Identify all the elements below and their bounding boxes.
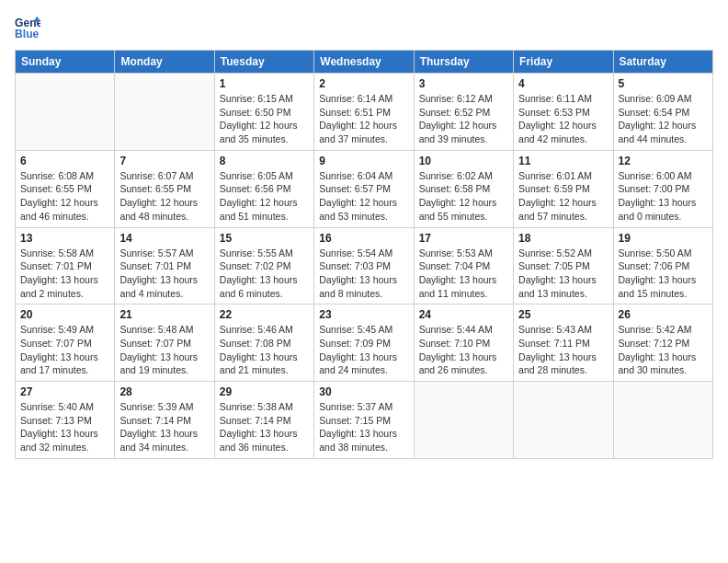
day-number: 9 bbox=[319, 155, 408, 167]
day-detail: Sunrise: 6:05 AM Sunset: 6:56 PM Dayligh… bbox=[220, 169, 309, 224]
logo: General Blue bbox=[15, 15, 44, 40]
calendar: SundayMondayTuesdayWednesdayThursdayFrid… bbox=[15, 50, 713, 459]
day-number: 20 bbox=[20, 308, 109, 321]
calendar-cell: 23Sunrise: 5:45 AM Sunset: 7:09 PM Dayli… bbox=[314, 304, 414, 382]
day-number: 3 bbox=[419, 77, 508, 90]
day-number: 7 bbox=[119, 155, 209, 167]
header-monday: Monday bbox=[115, 51, 214, 74]
calendar-cell: 1Sunrise: 6:15 AM Sunset: 6:50 PM Daylig… bbox=[214, 74, 313, 151]
day-number: 16 bbox=[319, 232, 408, 245]
header-wednesday: Wednesday bbox=[314, 51, 414, 74]
calendar-cell: 26Sunrise: 5:42 AM Sunset: 7:12 PM Dayli… bbox=[613, 304, 712, 382]
day-number: 14 bbox=[119, 232, 209, 245]
calendar-cell: 25Sunrise: 5:43 AM Sunset: 7:11 PM Dayli… bbox=[514, 304, 613, 382]
calendar-cell: 14Sunrise: 5:57 AM Sunset: 7:01 PM Dayli… bbox=[115, 227, 214, 304]
calendar-cell: 9Sunrise: 6:04 AM Sunset: 6:57 PM Daylig… bbox=[314, 150, 414, 227]
header-friday: Friday bbox=[514, 51, 613, 74]
day-detail: Sunrise: 5:37 AM Sunset: 7:15 PM Dayligh… bbox=[319, 400, 408, 454]
day-detail: Sunrise: 6:09 AM Sunset: 6:54 PM Dayligh… bbox=[619, 92, 708, 146]
day-detail: Sunrise: 5:40 AM Sunset: 7:13 PM Dayligh… bbox=[20, 400, 109, 454]
calendar-week-4: 20Sunrise: 5:49 AM Sunset: 7:07 PM Dayli… bbox=[16, 304, 713, 382]
calendar-cell: 20Sunrise: 5:49 AM Sunset: 7:07 PM Dayli… bbox=[16, 304, 115, 382]
header-saturday: Saturday bbox=[613, 51, 712, 74]
day-detail: Sunrise: 5:39 AM Sunset: 7:14 PM Dayligh… bbox=[119, 400, 209, 454]
calendar-cell: 17Sunrise: 5:53 AM Sunset: 7:04 PM Dayli… bbox=[414, 227, 513, 304]
day-detail: Sunrise: 5:54 AM Sunset: 7:03 PM Dayligh… bbox=[319, 247, 408, 301]
calendar-cell: 30Sunrise: 5:37 AM Sunset: 7:15 PM Dayli… bbox=[314, 382, 414, 459]
calendar-week-2: 6Sunrise: 6:08 AM Sunset: 6:55 PM Daylig… bbox=[16, 150, 713, 227]
day-number: 19 bbox=[619, 232, 708, 245]
day-detail: Sunrise: 5:42 AM Sunset: 7:12 PM Dayligh… bbox=[619, 323, 708, 377]
day-detail: Sunrise: 5:44 AM Sunset: 7:10 PM Dayligh… bbox=[419, 323, 508, 377]
day-number: 21 bbox=[119, 308, 209, 321]
day-number: 28 bbox=[119, 385, 209, 398]
calendar-cell: 29Sunrise: 5:38 AM Sunset: 7:14 PM Dayli… bbox=[214, 382, 313, 459]
calendar-cell: 11Sunrise: 6:01 AM Sunset: 6:59 PM Dayli… bbox=[514, 150, 613, 227]
calendar-cell: 28Sunrise: 5:39 AM Sunset: 7:14 PM Dayli… bbox=[115, 382, 214, 459]
day-number: 26 bbox=[619, 308, 708, 321]
day-number: 10 bbox=[419, 155, 508, 167]
day-detail: Sunrise: 5:58 AM Sunset: 7:01 PM Dayligh… bbox=[20, 247, 109, 301]
calendar-cell: 10Sunrise: 6:02 AM Sunset: 6:58 PM Dayli… bbox=[414, 150, 513, 227]
calendar-week-1: 1Sunrise: 6:15 AM Sunset: 6:50 PM Daylig… bbox=[16, 74, 713, 151]
calendar-cell: 24Sunrise: 5:44 AM Sunset: 7:10 PM Dayli… bbox=[414, 304, 513, 382]
day-number: 22 bbox=[220, 308, 309, 321]
day-number: 8 bbox=[220, 155, 309, 167]
calendar-cell: 4Sunrise: 6:11 AM Sunset: 6:53 PM Daylig… bbox=[514, 74, 613, 151]
calendar-cell: 21Sunrise: 5:48 AM Sunset: 7:07 PM Dayli… bbox=[115, 304, 214, 382]
day-detail: Sunrise: 6:08 AM Sunset: 6:55 PM Dayligh… bbox=[20, 169, 109, 224]
calendar-cell: 6Sunrise: 6:08 AM Sunset: 6:55 PM Daylig… bbox=[16, 150, 115, 227]
day-detail: Sunrise: 6:00 AM Sunset: 7:00 PM Dayligh… bbox=[619, 169, 708, 224]
day-detail: Sunrise: 5:38 AM Sunset: 7:14 PM Dayligh… bbox=[220, 400, 309, 454]
calendar-cell: 16Sunrise: 5:54 AM Sunset: 7:03 PM Dayli… bbox=[314, 227, 414, 304]
day-detail: Sunrise: 6:01 AM Sunset: 6:59 PM Dayligh… bbox=[518, 169, 608, 224]
day-detail: Sunrise: 6:11 AM Sunset: 6:53 PM Dayligh… bbox=[518, 92, 608, 146]
calendar-cell: 19Sunrise: 5:50 AM Sunset: 7:06 PM Dayli… bbox=[613, 227, 712, 304]
header-tuesday: Tuesday bbox=[214, 51, 313, 74]
day-number: 13 bbox=[20, 232, 109, 245]
day-number: 27 bbox=[20, 385, 109, 398]
day-detail: Sunrise: 5:52 AM Sunset: 7:05 PM Dayligh… bbox=[518, 247, 608, 301]
logo-icon: General Blue bbox=[15, 15, 40, 40]
day-detail: Sunrise: 5:48 AM Sunset: 7:07 PM Dayligh… bbox=[119, 323, 209, 377]
day-number: 4 bbox=[518, 77, 608, 90]
day-detail: Sunrise: 6:07 AM Sunset: 6:55 PM Dayligh… bbox=[119, 169, 209, 224]
day-detail: Sunrise: 5:46 AM Sunset: 7:08 PM Dayligh… bbox=[220, 323, 309, 377]
day-number: 12 bbox=[619, 155, 708, 167]
calendar-week-5: 27Sunrise: 5:40 AM Sunset: 7:13 PM Dayli… bbox=[16, 382, 713, 459]
day-number: 11 bbox=[518, 155, 608, 167]
day-number: 5 bbox=[619, 77, 708, 90]
calendar-cell: 2Sunrise: 6:14 AM Sunset: 6:51 PM Daylig… bbox=[314, 74, 414, 151]
calendar-cell bbox=[115, 74, 214, 151]
calendar-cell bbox=[414, 382, 513, 459]
day-number: 30 bbox=[319, 385, 408, 398]
day-detail: Sunrise: 6:14 AM Sunset: 6:51 PM Dayligh… bbox=[319, 92, 408, 146]
day-detail: Sunrise: 6:15 AM Sunset: 6:50 PM Dayligh… bbox=[220, 92, 309, 146]
day-number: 2 bbox=[319, 77, 408, 90]
header: General Blue bbox=[15, 15, 713, 40]
day-detail: Sunrise: 5:45 AM Sunset: 7:09 PM Dayligh… bbox=[319, 323, 408, 377]
day-detail: Sunrise: 5:43 AM Sunset: 7:11 PM Dayligh… bbox=[518, 323, 608, 377]
day-detail: Sunrise: 5:53 AM Sunset: 7:04 PM Dayligh… bbox=[419, 247, 508, 301]
calendar-cell: 22Sunrise: 5:46 AM Sunset: 7:08 PM Dayli… bbox=[214, 304, 313, 382]
day-detail: Sunrise: 5:50 AM Sunset: 7:06 PM Dayligh… bbox=[619, 247, 708, 301]
calendar-cell: 3Sunrise: 6:12 AM Sunset: 6:52 PM Daylig… bbox=[414, 74, 513, 151]
day-number: 23 bbox=[319, 308, 408, 321]
calendar-cell: 12Sunrise: 6:00 AM Sunset: 7:00 PM Dayli… bbox=[613, 150, 712, 227]
header-thursday: Thursday bbox=[414, 51, 513, 74]
calendar-cell: 7Sunrise: 6:07 AM Sunset: 6:55 PM Daylig… bbox=[115, 150, 214, 227]
calendar-cell: 13Sunrise: 5:58 AM Sunset: 7:01 PM Dayli… bbox=[16, 227, 115, 304]
day-number: 1 bbox=[220, 77, 309, 90]
calendar-header-row: SundayMondayTuesdayWednesdayThursdayFrid… bbox=[16, 51, 713, 74]
day-number: 29 bbox=[220, 385, 309, 398]
header-sunday: Sunday bbox=[16, 51, 115, 74]
calendar-week-3: 13Sunrise: 5:58 AM Sunset: 7:01 PM Dayli… bbox=[16, 227, 713, 304]
svg-text:Blue: Blue bbox=[15, 28, 40, 40]
calendar-cell: 5Sunrise: 6:09 AM Sunset: 6:54 PM Daylig… bbox=[613, 74, 712, 151]
day-number: 17 bbox=[419, 232, 508, 245]
calendar-cell bbox=[16, 74, 115, 151]
day-detail: Sunrise: 6:04 AM Sunset: 6:57 PM Dayligh… bbox=[319, 169, 408, 224]
day-number: 25 bbox=[518, 308, 608, 321]
day-detail: Sunrise: 6:12 AM Sunset: 6:52 PM Dayligh… bbox=[419, 92, 508, 146]
day-number: 15 bbox=[220, 232, 309, 245]
